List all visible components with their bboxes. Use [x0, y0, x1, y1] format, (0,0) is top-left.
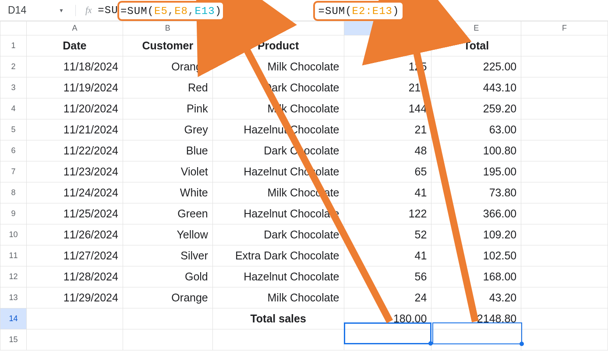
- cell[interactable]: [26, 329, 123, 350]
- cell-qty[interactable]: 56: [344, 266, 431, 287]
- col-header-F[interactable]: F: [521, 21, 608, 35]
- cell[interactable]: [521, 161, 608, 182]
- row-header-1[interactable]: 1: [0, 35, 27, 56]
- cell-date[interactable]: 11/24/2024: [26, 182, 123, 203]
- row-header[interactable]: 4: [0, 98, 27, 119]
- cell[interactable]: [521, 56, 608, 77]
- cell-total[interactable]: 102.50: [431, 245, 521, 266]
- cell[interactable]: [521, 245, 608, 266]
- cell-date[interactable]: 11/19/2024: [26, 77, 123, 98]
- cell-product[interactable]: Milk Chocolate: [212, 287, 344, 308]
- row-header[interactable]: 8: [0, 182, 27, 203]
- row-header[interactable]: 9: [0, 203, 27, 224]
- cell-product[interactable]: Hazelnut Chocolate: [212, 203, 344, 224]
- header-qty[interactable]: Qty: [344, 35, 431, 56]
- col-header-B[interactable]: B: [123, 21, 212, 35]
- cell-date[interactable]: 11/23/2024: [26, 161, 123, 182]
- cell-product[interactable]: Milk Chocolate: [212, 182, 344, 203]
- name-box-dropdown-icon[interactable]: ▼: [56, 7, 72, 14]
- row-header[interactable]: 2: [0, 56, 27, 77]
- header-date[interactable]: Date: [26, 35, 123, 56]
- cell-total[interactable]: 168.00: [431, 266, 521, 287]
- cell[interactable]: [123, 329, 212, 350]
- cell-customer[interactable]: White: [123, 182, 212, 203]
- cell-total[interactable]: 100.80: [431, 140, 521, 161]
- row-header[interactable]: 3: [0, 77, 27, 98]
- cell-qty[interactable]: 41: [344, 182, 431, 203]
- cell[interactable]: [521, 35, 608, 56]
- cell-qty[interactable]: 48: [344, 140, 431, 161]
- cell-total[interactable]: 366.00: [431, 203, 521, 224]
- cell[interactable]: [212, 329, 344, 350]
- row-header-15[interactable]: 15: [0, 329, 27, 350]
- row-header[interactable]: 11: [0, 245, 27, 266]
- cell-total[interactable]: 443.10: [431, 77, 521, 98]
- cell[interactable]: [521, 182, 608, 203]
- cell-total[interactable]: 259.20: [431, 98, 521, 119]
- cell-date[interactable]: 11/29/2024: [26, 287, 123, 308]
- cell-date[interactable]: 11/22/2024: [26, 140, 123, 161]
- cell-qty[interactable]: 24: [344, 287, 431, 308]
- cell[interactable]: [521, 329, 608, 350]
- col-header-C[interactable]: C: [212, 21, 344, 35]
- cell[interactable]: [521, 140, 608, 161]
- cell-customer[interactable]: Orange: [123, 56, 212, 77]
- header-product[interactable]: Product: [212, 35, 344, 56]
- cell-total[interactable]: 43.20: [431, 287, 521, 308]
- col-header-D[interactable]: D: [344, 21, 431, 35]
- cell-customer[interactable]: Blue: [123, 140, 212, 161]
- cell-product[interactable]: Dark Chocolate: [212, 140, 344, 161]
- cell-customer[interactable]: Pink: [123, 98, 212, 119]
- cell-product[interactable]: Milk Chocolate: [212, 98, 344, 119]
- cell[interactable]: [123, 308, 212, 329]
- cell[interactable]: [521, 77, 608, 98]
- cell-date[interactable]: 11/21/2024: [26, 119, 123, 140]
- cell[interactable]: [431, 329, 521, 350]
- cell[interactable]: [521, 287, 608, 308]
- cell[interactable]: [521, 308, 608, 329]
- row-header[interactable]: 12: [0, 266, 27, 287]
- row-header[interactable]: 7: [0, 161, 27, 182]
- cell-date[interactable]: 11/27/2024: [26, 245, 123, 266]
- cell-qty[interactable]: 144: [344, 98, 431, 119]
- cell[interactable]: [344, 329, 431, 350]
- row-header[interactable]: 6: [0, 140, 27, 161]
- cell-qty[interactable]: 65: [344, 161, 431, 182]
- header-total[interactable]: Total: [431, 35, 521, 56]
- row-header[interactable]: 13: [0, 287, 27, 308]
- cell-customer[interactable]: Yellow: [123, 224, 212, 245]
- cell-date[interactable]: 11/25/2024: [26, 203, 123, 224]
- cell-date[interactable]: 11/28/2024: [26, 266, 123, 287]
- cell[interactable]: [521, 224, 608, 245]
- cell-customer[interactable]: Green: [123, 203, 212, 224]
- cell[interactable]: [26, 308, 123, 329]
- cell-product[interactable]: Dark Chocolate: [212, 77, 344, 98]
- cell-product[interactable]: Hazelnut Chocolate: [212, 266, 344, 287]
- cell-qty[interactable]: 21: [344, 119, 431, 140]
- cell-customer[interactable]: Red: [123, 77, 212, 98]
- cell-total[interactable]: 195.00: [431, 161, 521, 182]
- header-customer[interactable]: Customer: [123, 35, 212, 56]
- cell-customer[interactable]: Orange: [123, 287, 212, 308]
- cell[interactable]: [521, 266, 608, 287]
- cell-customer[interactable]: Violet: [123, 161, 212, 182]
- cell-qty[interactable]: 211: [344, 77, 431, 98]
- cell[interactable]: [521, 119, 608, 140]
- cell-qty[interactable]: 122: [344, 203, 431, 224]
- total-d14[interactable]: 180.00: [344, 308, 431, 329]
- cell-customer[interactable]: Gold: [123, 266, 212, 287]
- row-header[interactable]: 5: [0, 119, 27, 140]
- cell-date[interactable]: 11/26/2024: [26, 224, 123, 245]
- row-header-14[interactable]: 14: [0, 308, 27, 329]
- cell[interactable]: [521, 203, 608, 224]
- cell-total[interactable]: 109.20: [431, 224, 521, 245]
- col-header-E[interactable]: E: [431, 21, 521, 35]
- cell-product[interactable]: Dark Chocolate: [212, 224, 344, 245]
- cell-product[interactable]: Hazelnut Chocolate: [212, 161, 344, 182]
- cell-date[interactable]: 11/18/2024: [26, 56, 123, 77]
- cell-product[interactable]: Hazelnut Chocolate: [212, 119, 344, 140]
- cell-customer[interactable]: Grey: [123, 119, 212, 140]
- cell-qty[interactable]: 41: [344, 245, 431, 266]
- cell-customer[interactable]: Silver: [123, 245, 212, 266]
- name-box[interactable]: D14: [4, 4, 56, 16]
